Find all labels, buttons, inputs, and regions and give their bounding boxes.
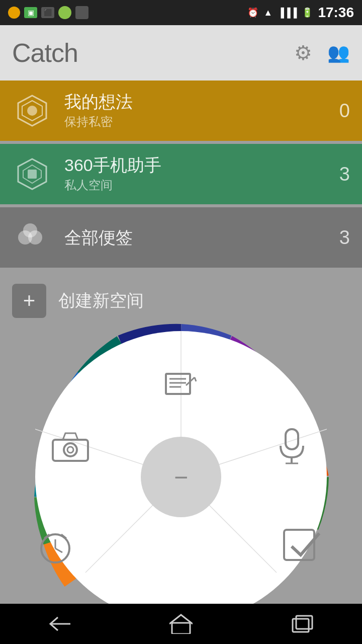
list-item-my-ideas[interactable]: 我的想法 保持私密 0 xyxy=(0,80,362,141)
radial-camera-icon[interactable] xyxy=(50,427,90,467)
svg-point-24 xyxy=(64,443,77,456)
users-icon[interactable]: 👥 xyxy=(327,42,350,63)
back-button[interactable] xyxy=(40,604,80,644)
signal-icon: ▐▐▐ xyxy=(278,8,297,18)
app-icon-3 xyxy=(58,6,71,19)
radial-check-icon[interactable] xyxy=(282,527,327,568)
radial-menu: − xyxy=(20,316,342,638)
all-notes-title: 全部便签 xyxy=(64,227,330,248)
list-item-all-notes[interactable]: 全部便签 3 xyxy=(0,207,362,268)
svg-rect-35 xyxy=(296,616,312,629)
bottom-nav xyxy=(0,604,362,644)
svg-point-2 xyxy=(27,106,37,116)
app-icon-1: ▣ xyxy=(24,7,37,18)
status-time: 17:36 xyxy=(318,5,354,21)
my-ideas-title: 我的想法 xyxy=(64,92,330,112)
radial-alarm-icon[interactable] xyxy=(35,527,75,568)
my-ideas-icon xyxy=(12,91,52,131)
radial-mic-icon[interactable] xyxy=(272,427,312,467)
radial-area: − xyxy=(0,331,362,598)
svg-line-19 xyxy=(195,377,196,381)
radial-note-icon[interactable] xyxy=(161,366,201,407)
svg-point-25 xyxy=(67,447,73,453)
home-button[interactable] xyxy=(161,604,201,644)
status-icons-left: ▣ ⬛ xyxy=(8,6,88,19)
my-ideas-text: 我的想法 保持私密 xyxy=(64,92,330,130)
alarm-status-icon: ⏰ xyxy=(247,7,258,18)
status-bar: ▣ ⬛ ⏰ ▲ ▐▐▐ 🔋 17:36 xyxy=(0,0,362,25)
360-count: 3 xyxy=(330,164,350,185)
header-actions: ⚙ 👥 xyxy=(294,41,350,64)
radial-minus-icon: − xyxy=(174,463,188,491)
all-notes-text: 全部便签 xyxy=(64,227,330,248)
360-icon xyxy=(12,154,52,194)
360-subtitle: 私人空间 xyxy=(64,177,330,193)
360-title: 360手机助手 xyxy=(64,155,330,176)
svg-rect-33 xyxy=(172,623,190,634)
battery-icon xyxy=(8,7,20,19)
app-icon-4 xyxy=(75,6,88,19)
svg-point-8 xyxy=(23,223,37,237)
plus-icon: + xyxy=(12,284,46,318)
wifi-icon: ▲ xyxy=(263,8,273,18)
my-ideas-subtitle: 保持私密 xyxy=(64,114,330,130)
all-notes-count: 3 xyxy=(330,227,350,249)
app-title: Catch xyxy=(12,38,78,68)
svg-rect-34 xyxy=(293,619,309,632)
all-notes-icon xyxy=(12,217,52,258)
list-item-360[interactable]: 360手机助手 私人空间 3 xyxy=(0,144,362,204)
settings-icon[interactable]: ⚙ xyxy=(294,41,312,64)
svg-rect-20 xyxy=(286,429,298,449)
battery-status-icon: 🔋 xyxy=(302,7,313,18)
app-icon-2: ⬛ xyxy=(41,7,54,18)
svg-line-29 xyxy=(55,548,62,552)
360-text: 360手机助手 私人空间 xyxy=(64,155,330,194)
svg-rect-5 xyxy=(28,170,37,179)
create-label: 创建新空间 xyxy=(58,289,144,312)
status-icons-right: ⏰ ▲ ▐▐▐ 🔋 17:36 xyxy=(247,5,354,21)
my-ideas-count: 0 xyxy=(330,100,350,122)
radial-center-button[interactable]: − xyxy=(141,437,221,517)
app-header: Catch ⚙ 👥 xyxy=(0,25,362,80)
svg-rect-14 xyxy=(166,374,190,394)
recent-button[interactable] xyxy=(282,604,322,644)
